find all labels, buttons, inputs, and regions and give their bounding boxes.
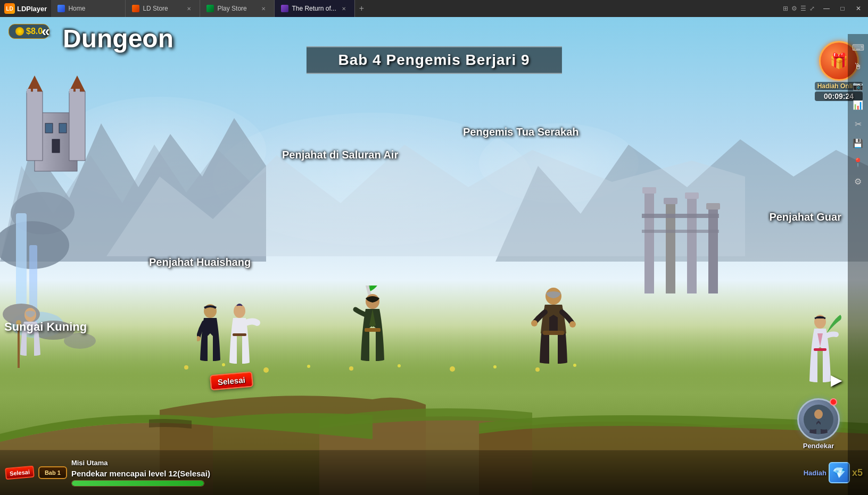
mission-progress-fill (72, 481, 204, 486)
svg-rect-51 (233, 333, 246, 336)
character-left-elder (16, 307, 45, 373)
svg-point-42 (493, 365, 497, 368)
svg-point-41 (450, 366, 455, 372)
tab-play-label: Play Store (217, 5, 246, 12)
chapter-banner: Bab 4 Pengemis Berjari 9 (306, 46, 561, 74)
svg-rect-26 (666, 198, 675, 293)
tab-playstore[interactable]: Play Store ✕ (200, 0, 275, 17)
mission-progress-bar (71, 480, 204, 486)
sidebar-icon-scissors[interactable]: ✂ (849, 115, 867, 133)
tab-store-favicon (132, 5, 139, 12)
svg-rect-21 (33, 89, 37, 93)
svg-point-38 (307, 365, 310, 368)
svg-rect-13 (27, 91, 43, 161)
svg-point-50 (234, 304, 245, 318)
svg-rect-22 (69, 89, 73, 93)
window-controls: — □ ✕ (819, 3, 868, 14)
tab-play-close[interactable]: ✕ (259, 5, 268, 13)
tab-home-label: Home (68, 5, 85, 12)
svg-point-35 (184, 365, 188, 370)
sidebar-icon-mouse[interactable]: 🖱 (849, 57, 867, 75)
ldplayer-logo[interactable]: LD LDPlayer (0, 3, 51, 14)
character-villain-saluran (346, 286, 399, 378)
mission-type: Misi Utama (71, 459, 108, 467)
svg-point-59 (531, 320, 538, 326)
money-value: $8.0 (26, 27, 43, 36)
tab-bar: Home LD Store ✕ Play Store ✕ The Return … (51, 0, 779, 17)
tab-game-close[interactable]: ✕ (340, 5, 348, 13)
tab-game[interactable]: The Return of... ✕ (275, 0, 354, 17)
svg-rect-30 (664, 198, 677, 204)
tab-game-label: The Return of... (292, 5, 336, 12)
minimize-button[interactable]: — (819, 3, 834, 14)
svg-rect-34 (642, 230, 719, 233)
svg-rect-62 (814, 348, 826, 351)
close-button[interactable]: ✕ (851, 3, 866, 14)
browser-chrome: LD LDPlayer Home LD Store ✕ Play Store ✕… (0, 0, 868, 17)
tab-game-favicon (281, 5, 288, 12)
svg-rect-56 (365, 328, 381, 332)
svg-rect-31 (685, 192, 699, 199)
sidebar-icon-bar: ⌨ 🖱 📷 📊 ✂ 💾 📍 ⚙ (848, 34, 868, 495)
svg-rect-23 (76, 89, 80, 93)
hadiah-reward-label: Hadiah (804, 469, 826, 477)
game-viewport: Selesai (0, 17, 868, 495)
sidebar-icon-location[interactable]: 📍 (849, 153, 867, 171)
castle-area (21, 70, 90, 179)
maximize-button[interactable]: □ (835, 3, 850, 14)
browser-window: LD LDPlayer Home LD Store ✕ Play Store ✕… (0, 0, 868, 495)
tab-play-favicon (206, 5, 214, 12)
pendekar-label: Pendekar (795, 442, 842, 450)
character-pengemis-tua (522, 286, 585, 378)
sidebar-icon-chart[interactable]: 📊 (849, 96, 867, 114)
mission-info: Misi Utama Pendekar mencapai level 12(Se… (71, 459, 799, 486)
browser-icon-3[interactable]: ☰ (800, 5, 806, 12)
sidebar-icon-camera[interactable]: 📷 (849, 77, 867, 95)
browser-icon-4[interactable]: ⤢ (809, 5, 815, 12)
mission-title-row: Misi Utama (71, 459, 799, 467)
svg-point-64 (814, 409, 823, 419)
browser-icon-2[interactable]: ⚙ (791, 5, 797, 12)
pendekar-button[interactable]: Pendekar (795, 398, 842, 450)
dungeon-title: Dungeon (63, 24, 173, 53)
ldplayer-label: LDPlayer (17, 5, 47, 13)
ruins-structure (634, 187, 719, 293)
pendekar-notification-dot (830, 398, 837, 406)
ruins-svg (634, 187, 740, 304)
selesai-small-badge: Selesai (5, 466, 35, 480)
svg-rect-18 (59, 123, 67, 133)
svg-point-60 (569, 321, 576, 328)
money-icon (15, 27, 24, 36)
svg-rect-27 (687, 192, 697, 293)
svg-rect-19 (52, 139, 60, 153)
svg-rect-14 (69, 91, 85, 161)
back-button[interactable]: « (42, 23, 50, 40)
bab-label: Bab 1 (45, 469, 61, 476)
bab-badge[interactable]: Bab 1 (38, 466, 67, 479)
sidebar-icon-save[interactable]: 💾 (849, 134, 867, 152)
location-name: Sungai Kuning (4, 320, 87, 334)
mission-description: Pendekar mencapai level 12(Selesai) (71, 469, 799, 478)
svg-rect-17 (45, 123, 53, 133)
sidebar-icon-settings[interactable]: ⚙ (849, 172, 867, 190)
svg-rect-32 (706, 203, 720, 209)
mission-bar: Selesai Bab 1 Misi Utama Pendekar mencap… (0, 450, 868, 495)
sidebar-icon-keyboard[interactable]: ⌨ (849, 38, 867, 56)
browser-icon-1[interactable]: ⊞ (783, 5, 788, 12)
new-tab-button[interactable]: + (355, 0, 368, 17)
browser-right-icons: ⊞ ⚙ ☰ ⤢ (779, 5, 819, 12)
svg-rect-58 (543, 331, 564, 335)
tab-store-label: LD Store (143, 5, 168, 12)
svg-rect-33 (642, 214, 719, 218)
tab-home-favicon (57, 5, 65, 12)
svg-rect-29 (642, 187, 656, 194)
svg-rect-20 (27, 89, 31, 93)
nav-arrow-right[interactable]: ▶ (831, 371, 842, 389)
back-arrow-icon: « (42, 23, 50, 40)
tab-store-close[interactable]: ✕ (185, 5, 193, 13)
reward-gem-icon: 💎 (829, 462, 850, 483)
tab-home[interactable]: Home (51, 0, 126, 17)
ld-logo-icon: LD (4, 3, 15, 14)
castle-svg (21, 70, 90, 177)
tab-ldstore[interactable]: LD Store ✕ (126, 0, 200, 17)
